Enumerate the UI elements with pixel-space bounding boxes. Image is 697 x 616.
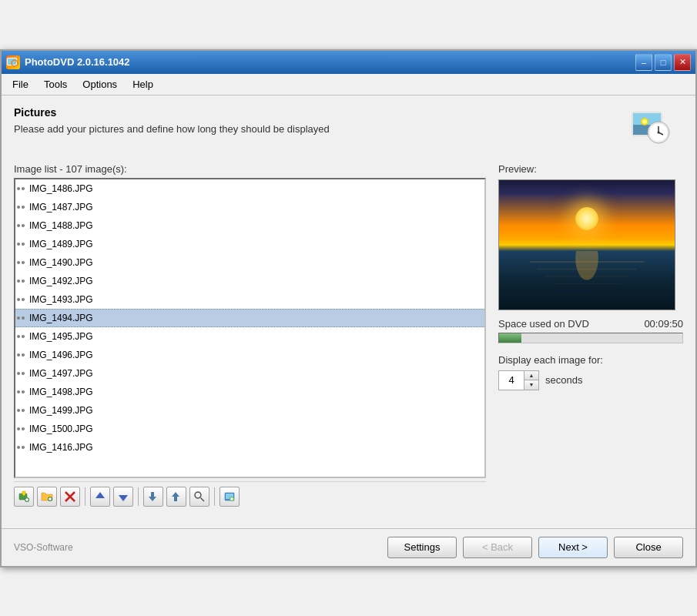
item-icon bbox=[17, 446, 25, 449]
list-item[interactable]: IMG_1488.JPG bbox=[15, 216, 484, 235]
item-dot2 bbox=[22, 390, 25, 393]
seconds-input[interactable] bbox=[499, 371, 524, 390]
list-item[interactable]: IMG_1492.JPG bbox=[15, 272, 484, 290]
list-item[interactable]: IMG_1490.JPG bbox=[15, 253, 484, 272]
list-item[interactable]: IMG_1500.JPG bbox=[15, 420, 484, 438]
seconds-label: seconds bbox=[545, 374, 582, 386]
item-icon bbox=[17, 335, 25, 338]
content-area: Pictures Please add your pictures and de… bbox=[2, 95, 695, 522]
header-text: Pictures Please add your pictures and de… bbox=[14, 106, 330, 135]
properties-button[interactable] bbox=[219, 487, 240, 507]
svg-line-33 bbox=[201, 497, 205, 501]
item-icon bbox=[17, 261, 25, 264]
space-used-label: Space used on DVD bbox=[498, 318, 589, 330]
item-name: IMG_1500.JPG bbox=[29, 424, 93, 434]
app-icon bbox=[6, 55, 20, 69]
item-name: IMG_1499.JPG bbox=[29, 405, 93, 416]
item-dot2 bbox=[22, 206, 25, 209]
list-item[interactable]: IMG_1495.JPG bbox=[15, 327, 484, 346]
list-item[interactable]: IMG_1493.JPG bbox=[15, 290, 484, 309]
item-dot2 bbox=[22, 372, 25, 375]
svg-point-32 bbox=[195, 492, 201, 498]
list-item[interactable]: IMG_1496.JPG bbox=[15, 346, 484, 364]
add-folder-button[interactable] bbox=[37, 487, 57, 507]
vso-label: VSO-Software bbox=[14, 542, 73, 553]
item-icon bbox=[17, 206, 25, 209]
window-close-button[interactable]: ✕ bbox=[674, 54, 691, 71]
spinner-down-button[interactable]: ▼ bbox=[524, 380, 538, 390]
preview-label: Preview: bbox=[498, 163, 683, 175]
menu-file[interactable]: File bbox=[6, 76, 35, 92]
item-icon bbox=[17, 427, 25, 430]
item-name: IMG_1497.JPG bbox=[29, 368, 93, 379]
list-item[interactable]: IMG_1498.JPG bbox=[15, 383, 484, 401]
right-panel: Preview: bbox=[498, 163, 683, 511]
search-button[interactable] bbox=[189, 487, 209, 507]
item-dot2 bbox=[22, 187, 25, 190]
menu-help[interactable]: Help bbox=[126, 76, 159, 92]
item-dot bbox=[17, 298, 20, 301]
move-up-button[interactable] bbox=[90, 487, 110, 507]
svg-point-12 bbox=[642, 119, 647, 124]
image-list[interactable]: IMG_1486.JPG IMG_1487.JPG IMG_1488.JPG I… bbox=[14, 178, 486, 478]
menu-tools[interactable]: Tools bbox=[38, 76, 73, 92]
list-item[interactable]: IMG_1489.JPG bbox=[15, 235, 484, 253]
item-icon bbox=[17, 372, 25, 375]
spinner-arrows: ▲ ▼ bbox=[524, 371, 538, 390]
menu-options[interactable]: Options bbox=[76, 76, 123, 92]
item-name: IMG_1488.JPG bbox=[29, 220, 93, 231]
item-name: IMG_1487.JPG bbox=[29, 202, 93, 213]
remove-button[interactable] bbox=[60, 487, 80, 507]
display-each-label: Display each image for: bbox=[498, 354, 683, 366]
list-item[interactable]: IMG_1486.JPG bbox=[15, 179, 484, 198]
sort-desc-button[interactable] bbox=[166, 487, 186, 507]
maximize-button[interactable]: □ bbox=[655, 54, 672, 71]
sort-asc-button[interactable] bbox=[143, 487, 163, 507]
list-item[interactable]: IMG_1499.JPG bbox=[15, 401, 484, 420]
list-item[interactable]: IMG_1497.JPG bbox=[15, 364, 484, 383]
header-section: Pictures Please add your pictures and de… bbox=[14, 106, 683, 152]
menu-bar: File Tools Options Help bbox=[2, 74, 695, 95]
item-dot2 bbox=[22, 427, 25, 430]
spinner-up-button[interactable]: ▲ bbox=[524, 371, 538, 380]
svg-marker-30 bbox=[149, 492, 156, 501]
move-down-button[interactable] bbox=[113, 487, 133, 507]
item-name: IMG_1493.JPG bbox=[29, 294, 93, 305]
item-dot2 bbox=[22, 280, 25, 283]
item-icon bbox=[17, 316, 25, 320]
sunset-background bbox=[499, 180, 675, 310]
image-list-label: Image list - 107 image(s): bbox=[14, 163, 486, 175]
item-dot2 bbox=[22, 298, 25, 301]
add-image-button[interactable] bbox=[14, 487, 34, 507]
main-window: PhotoDVD 2.0.16.1042 – □ ✕ File Tools Op… bbox=[0, 49, 697, 567]
list-item[interactable]: IMG_1487.JPG bbox=[15, 198, 484, 216]
item-dot bbox=[17, 206, 20, 209]
title-text: PhotoDVD 2.0.16.1042 bbox=[25, 56, 130, 68]
title-bar-left: PhotoDVD 2.0.16.1042 bbox=[6, 55, 130, 69]
page-title: Pictures bbox=[14, 106, 330, 119]
item-name: IMG_1486.JPG bbox=[29, 183, 93, 194]
sun bbox=[575, 207, 598, 230]
item-dot2 bbox=[22, 261, 25, 264]
item-icon bbox=[17, 280, 25, 283]
separator-1 bbox=[85, 487, 85, 506]
bottom-buttons: Settings < Back Next > Close bbox=[387, 537, 683, 558]
back-button[interactable]: < Back bbox=[463, 537, 532, 558]
item-dot bbox=[17, 446, 20, 449]
next-button[interactable]: Next > bbox=[538, 537, 608, 558]
item-icon bbox=[17, 298, 25, 301]
close-button[interactable]: Close bbox=[614, 537, 683, 558]
item-icon bbox=[17, 187, 25, 190]
list-item[interactable]: IMG_1416.JPG bbox=[15, 438, 484, 457]
item-dot2 bbox=[22, 446, 25, 449]
settings-button[interactable]: Settings bbox=[387, 537, 457, 558]
space-used-time: 00:09:50 bbox=[644, 318, 683, 330]
minimize-button[interactable]: – bbox=[635, 54, 652, 71]
item-dot2 bbox=[22, 243, 25, 246]
title-bar: PhotoDVD 2.0.16.1042 – □ ✕ bbox=[2, 51, 695, 74]
item-icon bbox=[17, 353, 25, 357]
item-name: IMG_1498.JPG bbox=[29, 387, 93, 397]
list-item[interactable]: IMG_1494.JPG bbox=[15, 309, 484, 327]
item-dot bbox=[17, 187, 20, 190]
svg-marker-31 bbox=[172, 492, 179, 501]
